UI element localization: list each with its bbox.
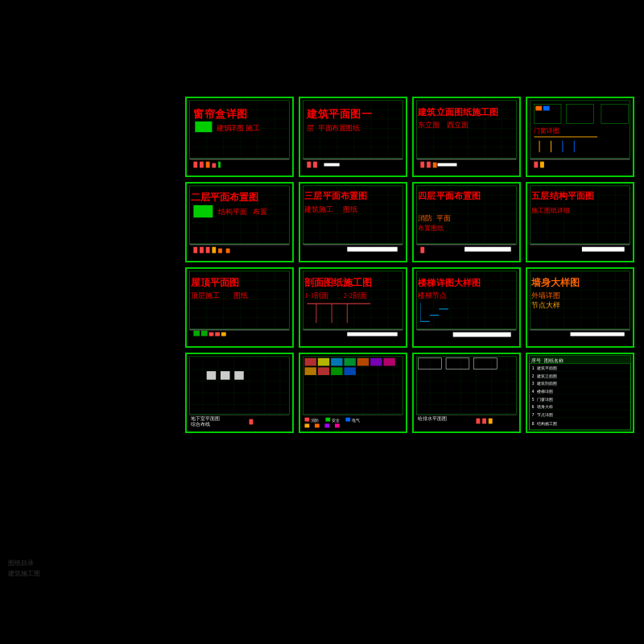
bottom-line2: 建筑施工图 (8, 569, 40, 580)
svg-text:布置图纸: 布置图纸 (419, 225, 444, 232)
drawing-card-8[interactable]: 五层 结构 平面 图 施工图纸详细 (526, 182, 634, 262)
svg-text:综合布线: 综合布线 (192, 421, 211, 427)
svg-text:施工图纸详细: 施工图纸详细 (532, 207, 571, 214)
svg-rect-286 (250, 419, 254, 425)
svg-rect-339 (477, 419, 481, 424)
svg-rect-314 (325, 418, 330, 422)
svg-rect-304 (344, 358, 355, 366)
svg-text:墙身: 墙身 (531, 277, 552, 287)
svg-text:图: 图 (585, 192, 594, 200)
svg-text:6   墙身大样: 6 墙身大样 (532, 404, 553, 409)
svg-text:详图: 详图 (436, 278, 454, 287)
svg-rect-267 (571, 332, 625, 336)
drawing-card-13[interactable]: 地下室平面图 综合布线 (185, 353, 294, 433)
svg-rect-303 (331, 358, 342, 366)
drawing-card-12[interactable]: 墙身 大样 图 外墙详图 节点大样 (526, 267, 634, 348)
svg-text:建: 建 (306, 108, 318, 120)
svg-text:楼梯: 楼梯 (418, 278, 436, 287)
svg-rect-308 (305, 367, 316, 375)
svg-rect-201 (221, 332, 226, 336)
svg-text:平面: 平面 (568, 192, 585, 200)
svg-text:结构: 结构 (549, 191, 568, 200)
svg-text:外墙详图: 外墙详图 (532, 291, 561, 299)
svg-text:电气: 电气 (352, 418, 360, 423)
svg-text:2-2剖面: 2-2剖面 (344, 291, 368, 299)
svg-text:图: 图 (237, 108, 247, 120)
svg-text:图: 图 (472, 279, 481, 287)
svg-text:平面: 平面 (323, 192, 341, 200)
main-canvas: 窗 帘 盒 详 图 建筑 详图 施工 (0, 0, 644, 644)
svg-rect-24 (212, 163, 216, 168)
svg-text:布置: 布置 (340, 191, 358, 200)
svg-text:楼梯节点: 楼梯节点 (419, 291, 448, 299)
svg-text:平面: 平面 (211, 278, 230, 287)
svg-text:三层: 三层 (305, 191, 324, 200)
svg-rect-197 (193, 331, 200, 336)
svg-rect-73 (427, 162, 431, 168)
svg-rect-340 (482, 419, 486, 424)
svg-rect-200 (215, 332, 220, 336)
svg-text:布置: 布置 (229, 192, 250, 202)
svg-rect-199 (209, 332, 214, 336)
svg-text:施工: 施工 (246, 124, 260, 132)
svg-text:四层: 四层 (419, 191, 437, 200)
drawing-card-16[interactable]: 序号 图纸名称 1 建筑平面图 2 建筑立面图 3 建筑剖面图 4 楼梯详图 5… (526, 353, 634, 433)
drawing-card-5[interactable]: 二层 平面 布置 图 结构平面 布置 (185, 182, 294, 262)
svg-rect-321 (335, 423, 340, 427)
svg-text:详: 详 (226, 108, 237, 120)
svg-text:节点大样: 节点大样 (532, 301, 561, 309)
svg-rect-112 (193, 247, 197, 254)
svg-text:建筑: 建筑 (216, 124, 231, 132)
drawing-card-3[interactable]: 建筑 立面 图纸 施工 图 东立面 西立面 (412, 97, 521, 177)
svg-rect-301 (305, 358, 316, 366)
bottom-left-info: 图纸目录 建筑施工图 (8, 559, 40, 580)
svg-text:图纸: 图纸 (345, 124, 360, 132)
svg-text:平面: 平面 (436, 192, 454, 200)
svg-text:1-1剖面: 1-1剖面 (305, 291, 329, 299)
svg-text:一: 一 (361, 108, 372, 120)
svg-text:顶层施工: 顶层施工 (192, 291, 221, 299)
svg-rect-25 (218, 162, 221, 168)
drawing-card-6[interactable]: 三层 平面 布置 图 建筑施工 图纸 (299, 182, 407, 262)
svg-rect-311 (344, 367, 355, 375)
svg-text:门窗详图: 门窗详图 (534, 127, 559, 134)
svg-rect-75 (438, 163, 457, 167)
drawing-card-14[interactable]: 消防 安全 电气 (299, 353, 407, 433)
drawing-card-11[interactable]: 楼梯 详图 大样 图 楼梯节点 (412, 267, 521, 348)
drawing-card-15[interactable]: 给排水平面图 (412, 353, 521, 433)
drawing-card-7[interactable]: 四层 平面 布置 图 消防 平面 布置图纸 (412, 182, 521, 262)
svg-text:布置: 布置 (253, 208, 267, 216)
svg-text:筑: 筑 (318, 108, 328, 120)
svg-rect-282 (221, 371, 230, 380)
svg-rect-17 (195, 122, 212, 132)
svg-text:大样: 大样 (551, 277, 572, 287)
svg-rect-307 (383, 358, 394, 366)
svg-rect-91 (540, 162, 544, 168)
svg-rect-50 (313, 162, 317, 168)
svg-rect-316 (345, 418, 350, 422)
svg-text:平面: 平面 (211, 192, 230, 202)
drawing-card-10[interactable]: 剖面 图纸 施工 图 1-1剖面 2-2剖面 (299, 267, 407, 348)
svg-text:布置: 布置 (453, 191, 472, 200)
drawing-card-1[interactable]: 窗 帘 盒 详 图 建筑 详图 施工 (185, 97, 294, 177)
svg-text:图纸: 图纸 (233, 291, 248, 299)
svg-rect-309 (318, 367, 329, 375)
svg-text:平面: 平面 (318, 124, 332, 132)
svg-text:图: 图 (472, 192, 481, 200)
svg-text:施工: 施工 (343, 277, 363, 287)
svg-text:图纸: 图纸 (324, 277, 344, 287)
svg-rect-22 (200, 162, 204, 168)
svg-text:图: 图 (250, 192, 259, 202)
drawing-card-4[interactable]: 门窗详图 (526, 97, 634, 177)
svg-text:图: 图 (571, 278, 580, 287)
svg-text:图: 图 (489, 108, 498, 117)
drawing-card-9[interactable]: 屋顶 平面 图 顶层施工 图纸 (185, 267, 294, 348)
drawing-card-2[interactable]: 建 筑 平 面 图 一 层 平面 布置 图纸 (299, 97, 407, 177)
svg-text:7   节点详图: 7 节点详图 (532, 412, 553, 417)
svg-text:消防: 消防 (311, 418, 319, 423)
svg-rect-74 (433, 163, 437, 168)
svg-text:图: 图 (358, 192, 367, 200)
svg-text:图纸: 图纸 (454, 107, 472, 117)
svg-text:西立面: 西立面 (447, 121, 469, 129)
svg-text:图纸: 图纸 (344, 205, 358, 213)
